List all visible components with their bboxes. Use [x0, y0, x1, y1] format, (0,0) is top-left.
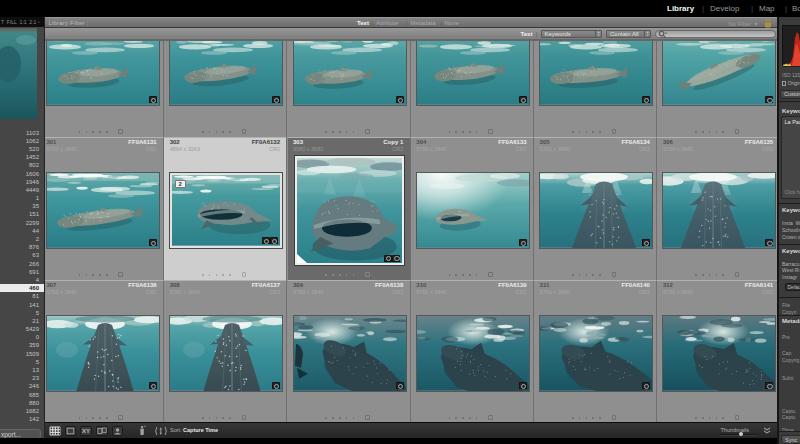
svg-text:XY: XY	[82, 428, 90, 434]
